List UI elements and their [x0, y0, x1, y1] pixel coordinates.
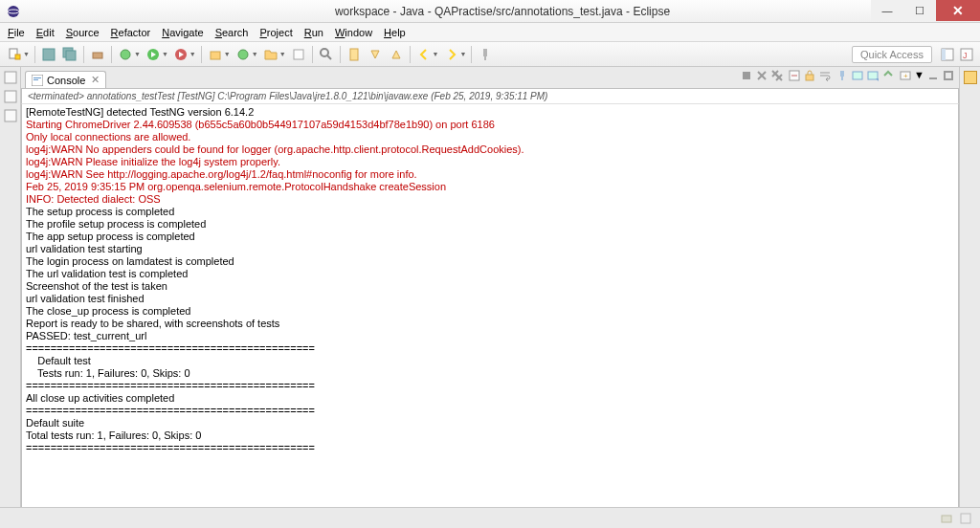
console-icon	[32, 75, 43, 86]
console-line: ========================================…	[26, 405, 954, 417]
save-all-icon[interactable]	[62, 47, 78, 62]
run-icon[interactable]	[145, 47, 161, 62]
open-type-icon[interactable]	[291, 47, 306, 62]
display-selected-icon[interactable]	[851, 69, 864, 82]
window-controls: — ☐ ✕	[871, 0, 980, 21]
next-annotation-icon[interactable]	[368, 47, 383, 62]
menu-bar: FileEditSourceRefactorNavigateSearchProj…	[0, 23, 980, 42]
max-icon[interactable]	[942, 69, 955, 82]
svg-text:J: J	[963, 51, 968, 60]
close-button[interactable]: ✕	[936, 0, 980, 21]
svg-rect-41	[840, 71, 844, 77]
dropdown-arrow[interactable]: ▼	[224, 51, 231, 57]
minimize-button[interactable]: —	[871, 0, 903, 21]
tab-close-icon[interactable]: ✕	[91, 74, 100, 86]
svg-rect-30	[33, 79, 38, 80]
forward-icon[interactable]	[444, 47, 459, 62]
new-console-icon[interactable]: +	[899, 69, 912, 82]
task-list-icon[interactable]	[964, 71, 977, 84]
remove-launch-icon[interactable]	[755, 69, 768, 82]
restore-view-icon[interactable]	[4, 71, 17, 84]
console-line: PASSED: test_current_url	[26, 330, 954, 342]
search-icon[interactable]	[319, 47, 334, 62]
new-icon[interactable]	[7, 47, 22, 62]
console-line: All close up activities completed	[26, 392, 954, 405]
svg-rect-19	[483, 49, 487, 56]
restore-view-icon[interactable]	[4, 109, 17, 122]
title-bar: workspace - Java - QAPractise/src/annota…	[0, 0, 980, 23]
menu-help[interactable]: Help	[378, 25, 412, 40]
console-launch-info: <terminated> annotations_testTest [TestN…	[21, 88, 959, 104]
new-class-icon[interactable]	[235, 47, 251, 62]
dropdown-arrow[interactable]: ▼	[460, 51, 467, 57]
menu-run[interactable]: Run	[299, 25, 329, 40]
clear-console-icon[interactable]	[788, 69, 801, 82]
console-line: ========================================…	[26, 442, 954, 454]
menu-project[interactable]: Project	[255, 25, 299, 40]
prev-annotation-icon[interactable]	[389, 47, 404, 62]
menu-source[interactable]: Source	[60, 25, 105, 40]
menu-file[interactable]: File	[2, 25, 31, 40]
console-line: The profile setup process is completed	[26, 218, 954, 231]
pin-console-icon[interactable]	[835, 69, 849, 82]
new-folder-icon[interactable]	[263, 47, 278, 62]
dropdown-arrow[interactable]: ▼	[23, 51, 30, 57]
dropdown-arrow[interactable]: ▼	[134, 51, 141, 57]
dropdown-arrow[interactable]: ▼	[252, 51, 258, 57]
console-line: Total tests run: 1, Failures: 0, Skips: …	[26, 429, 954, 442]
status-icon[interactable]	[959, 512, 972, 525]
dropdown-arrow[interactable]: ▼	[162, 51, 168, 57]
console-line: The login process on lamdatest is comple…	[26, 255, 954, 268]
java-perspective-icon[interactable]: J	[959, 47, 974, 62]
terminate-icon[interactable]	[740, 69, 753, 82]
back-icon[interactable]	[416, 47, 432, 62]
toggle-mark-icon[interactable]	[346, 47, 362, 62]
console-line: Only local connections are allowed.	[26, 131, 954, 143]
pin-icon[interactable]	[478, 47, 493, 62]
menu-refactor[interactable]: Refactor	[105, 25, 157, 40]
status-icon[interactable]	[940, 512, 953, 525]
remove-all-icon[interactable]	[770, 69, 784, 82]
svg-rect-51	[961, 514, 970, 523]
svg-point-0	[8, 6, 19, 17]
svg-rect-4	[43, 49, 55, 60]
dropdown-arrow[interactable]: ▼	[433, 51, 439, 57]
scroll-lock-icon[interactable]	[803, 69, 816, 82]
svg-rect-6	[66, 51, 76, 60]
menu-edit[interactable]: Edit	[31, 25, 60, 40]
dropdown-arrow[interactable]: ▼	[189, 51, 196, 57]
svg-point-8	[121, 50, 130, 59]
dropdown-arrow[interactable]: ▼	[914, 69, 924, 82]
debug-icon[interactable]	[118, 47, 133, 62]
menu-window[interactable]: Window	[329, 25, 378, 40]
maximize-button[interactable]: ☐	[903, 0, 936, 21]
open-perspective-icon[interactable]	[940, 47, 955, 62]
eclipse-icon	[6, 4, 21, 19]
run-last-icon[interactable]	[173, 47, 189, 62]
restore-view-icon[interactable]	[4, 90, 17, 103]
min-icon[interactable]	[926, 69, 940, 82]
menu-search[interactable]: Search	[210, 25, 255, 40]
save-icon[interactable]	[41, 47, 56, 62]
build-icon[interactable]	[90, 47, 105, 62]
console-line: Feb 25, 2019 9:35:15 PM org.openqa.selen…	[26, 181, 954, 193]
menu-navigate[interactable]: Navigate	[156, 25, 209, 40]
svg-point-14	[238, 50, 248, 59]
console-line: The close_up process is completed	[26, 305, 954, 318]
open-console-icon[interactable]	[881, 69, 895, 82]
dropdown-arrow[interactable]: ▼	[279, 51, 286, 57]
console-line: INFO: Detected dialect: OSS	[26, 193, 954, 206]
show-console-icon[interactable]	[866, 69, 880, 82]
word-wrap-icon[interactable]	[818, 69, 832, 82]
console-output[interactable]: [RemoteTestNG] detected TestNG version 6…	[21, 104, 959, 528]
svg-point-16	[321, 49, 328, 56]
new-package-icon[interactable]	[208, 47, 223, 62]
console-tab[interactable]: Console ✕	[25, 71, 106, 88]
svg-line-17	[327, 55, 331, 59]
console-line: ========================================…	[26, 342, 954, 355]
quick-access-input[interactable]: Quick Access	[852, 46, 932, 63]
console-line: The app setup process is completed	[26, 231, 954, 243]
svg-rect-15	[294, 50, 303, 59]
svg-rect-25	[5, 72, 16, 83]
svg-rect-43	[853, 72, 862, 79]
